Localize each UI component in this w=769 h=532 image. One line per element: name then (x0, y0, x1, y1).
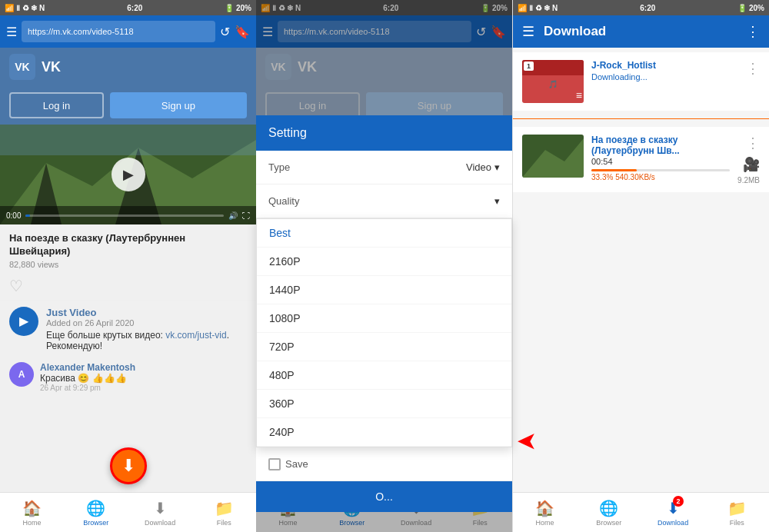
download-speed-2: 33.3% 540.30KB/s (591, 173, 730, 181)
save-label: Save (285, 458, 500, 470)
channel-link-1[interactable]: vk.com/just-vid (165, 330, 226, 341)
vk-auth-buttons-1: Log in Sign up (0, 86, 256, 125)
download-title: Download (544, 24, 737, 39)
status-bar-1: 📶 Ⅱ ♻ ❄ N 6:20 🔋 20% (0, 0, 256, 15)
vk-name-1: VK (42, 59, 61, 75)
status-signal-3: 📶 Ⅱ ♻ ❄ N (518, 4, 558, 12)
quality-option-1080p[interactable]: 1080P (257, 304, 511, 333)
red-arrow-2: ➤ (518, 430, 535, 455)
list-icon-1: ≡ (576, 89, 582, 101)
type-label: Type (268, 161, 466, 173)
save-row: Save (256, 447, 512, 481)
nav-files-3[interactable]: 📁 Files (705, 493, 769, 532)
quality-option-best[interactable]: Best (257, 219, 511, 248)
nav-home-3[interactable]: 🏠 Home (513, 493, 577, 532)
video-icon-2: 🎥 (743, 156, 760, 173)
fab-download-1[interactable]: ⬇ (110, 447, 147, 484)
progress-inner-2 (591, 169, 637, 171)
download-icon-1: ⬇ (154, 499, 167, 517)
progress-bar-1[interactable] (25, 214, 224, 217)
quality-row: Quality ▾ (256, 185, 512, 218)
card-menu-1[interactable]: ⋮ (746, 60, 760, 77)
video-time-1: 0:00 (6, 211, 21, 220)
comment-text-1: Красива 😊 👍👍👍 (40, 373, 247, 384)
divider-1 (513, 118, 769, 119)
menu-icon-3[interactable]: ☰ (522, 23, 534, 40)
download-card-2: На поезде в сказку (Лаутербрунн Шв... 00… (513, 127, 769, 192)
url-bar-1[interactable]: https://m.vk.com/video-5118 (22, 21, 215, 42)
nav-download-3[interactable]: 2 ⬇ Download (641, 493, 705, 532)
user-avatar-1: A (9, 362, 34, 387)
download-info-2: На поезде в сказку (Лаутербрунн Шв... 00… (591, 135, 730, 181)
nav-browser-3[interactable]: 🌐 Browser (577, 493, 641, 532)
dialog-action-row: О... (256, 481, 512, 512)
save-checkbox[interactable] (268, 458, 281, 470)
download-status-1: Downloading... (591, 72, 738, 81)
dialog-overlay[interactable]: Setting Type Video ▾ Quality ▾ Best 2160… (256, 0, 512, 532)
card-menu-2[interactable]: ⋮ (746, 135, 760, 151)
menu-icon-1[interactable]: ☰ (6, 25, 17, 39)
bookmark-icon-1[interactable]: 🔖 (235, 25, 250, 39)
quality-option-1440p[interactable]: 1440P (257, 276, 511, 304)
status-time-1: 6:20 (127, 4, 142, 12)
quality-value[interactable]: ▾ (491, 195, 500, 207)
home-icon-3: 🏠 (535, 499, 554, 517)
nav-browser-1[interactable]: 🌐 Browser (64, 493, 128, 532)
comment-time-1: 26 Apr at 9:29 pm (40, 384, 247, 392)
type-row: Type Video ▾ (256, 151, 512, 185)
files-icon-3: 📁 (727, 499, 747, 517)
refresh-icon-1[interactable]: ↺ (220, 25, 230, 39)
chevron-icon-type: ▾ (494, 161, 500, 173)
channel-avatar-1: ▶ (9, 307, 38, 336)
video-views-1: 82,880 views (9, 260, 247, 269)
thumb-svg-2 (522, 135, 584, 178)
quality-option-360p[interactable]: 360P (257, 390, 511, 418)
download-name-2: На поезде в сказку (Лаутербрунн Шв... (591, 135, 730, 156)
channel-name-1[interactable]: Just Video (46, 307, 247, 318)
more-icon-3[interactable]: ⋮ (746, 23, 760, 40)
quality-option-480p[interactable]: 480P (257, 361, 511, 390)
channel-date-1: Added on 26 April 2020 (46, 318, 247, 328)
home-icon-1: 🏠 (22, 499, 42, 517)
thumb-badge-1: 1 (524, 62, 534, 71)
signup-button-1[interactable]: Sign up (110, 92, 247, 118)
item2-right: ⋮ 🎥 9.2MB (737, 135, 760, 185)
quality-label: Quality (268, 195, 491, 207)
svg-rect-4 (0, 125, 256, 155)
play-button-1[interactable]: ▶ (112, 158, 145, 191)
volume-icon-1[interactable]: 🔊 (228, 211, 238, 220)
video-container-1: ▶ 0:00 🔊 ⛶ (0, 125, 256, 224)
nav-home-1[interactable]: 🏠 Home (0, 493, 64, 532)
quality-option-2160p[interactable]: 2160P (257, 248, 511, 276)
download-badge-3: 2 (673, 496, 684, 507)
browser-toolbar-1: ☰ https://m.vk.com/video-5118 ↺ 🔖 (0, 15, 256, 48)
chevron-icon-quality: ▾ (494, 195, 500, 207)
panel1-vk-browser: 📶 Ⅱ ♻ ❄ N 6:20 🔋 20% ☰ https://m.vk.com/… (0, 0, 256, 532)
download-progress-2 (591, 169, 730, 171)
like-row-1: ♡ (0, 274, 256, 300)
login-button-1[interactable]: Log in (9, 92, 104, 118)
thumb-1: 🎵 1 ≡ (522, 60, 584, 103)
download-duration-2: 00:54 (591, 157, 730, 166)
nav-download-1[interactable]: ⬇ Download (128, 493, 192, 532)
channel-desc-1: Еще больше крутых видео: vk.com/just-vid… (46, 330, 247, 351)
fullscreen-icon-1[interactable]: ⛶ (242, 211, 250, 220)
browser-icon-1: 🌐 (86, 499, 105, 517)
download-size-2: 9.2MB (737, 176, 760, 185)
channel-text-1: Just Video Added on 26 April 2020 Еще бо… (46, 307, 247, 351)
panel2-setting: 📶 Ⅱ ♻ ❄ N 6:20 🔋 20% ☰ https://m.vk.com/… (256, 0, 513, 532)
quality-option-720p[interactable]: 720P (257, 333, 511, 361)
panel3-download: 📶 Ⅱ ♻ ❄ N 6:20 🔋 20% ☰ Download ⋮ 🎵 1 ≡ … (513, 0, 769, 532)
download-info-1: J-Rock_Hotlist Downloading... (591, 60, 738, 81)
comment-content-1: Alexander Makentosh Красива 😊 👍👍👍 26 Apr… (40, 362, 247, 392)
thumb-2 (522, 135, 584, 178)
type-value[interactable]: Video ▾ (466, 161, 500, 173)
status-signal-1: 📶 Ⅱ ♻ ❄ N (5, 4, 45, 12)
files-icon-1: 📁 (215, 499, 234, 517)
download-card-1: 🎵 1 ≡ J-Rock_Hotlist Downloading... ⋮ (513, 52, 769, 111)
setting-dialog: Setting Type Video ▾ Quality ▾ Best 2160… (256, 115, 512, 512)
quality-option-240p[interactable]: 240P (257, 418, 511, 447)
video-controls-1: 0:00 🔊 ⛶ (0, 206, 256, 224)
like-icon-1[interactable]: ♡ (9, 278, 23, 294)
nav-files-1[interactable]: 📁 Files (192, 493, 256, 532)
